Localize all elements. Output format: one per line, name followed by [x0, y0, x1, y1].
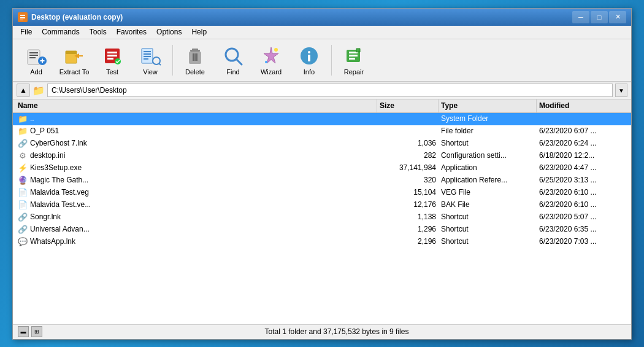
menu-file[interactable]: File [15, 26, 37, 37]
header-modified[interactable]: Modified [537, 99, 629, 112]
extract-button[interactable]: Extract To [56, 42, 93, 79]
test-button[interactable]: Test [94, 42, 131, 79]
svg-point-37 [265, 61, 267, 63]
view-button[interactable]: View [132, 42, 169, 79]
folder-icon: 📁 [33, 85, 45, 96]
svg-rect-16 [107, 52, 117, 53]
svg-rect-2 [20, 17, 25, 18]
menu-options[interactable]: Options [151, 26, 186, 37]
close-button[interactable]: ✕ [609, 11, 626, 23]
repair-label: Repair [344, 68, 364, 76]
file-modified: 6/23/2020 7:03 ... [537, 237, 629, 246]
svg-rect-30 [193, 53, 194, 61]
table-row[interactable]: 📄 Malavida Test.ve... 12,176 BAK File 6/… [13, 199, 631, 211]
svg-line-34 [236, 59, 242, 64]
table-row[interactable]: 📄 Malavida Test.veg 15,104 VEG File 6/23… [13, 187, 631, 199]
menu-commands[interactable]: Commands [37, 26, 84, 37]
file-size: 2,196 [377, 237, 439, 246]
menu-help[interactable]: Help [186, 26, 212, 37]
file-type: Shortcut [439, 139, 537, 147]
file-size: 1,296 [377, 225, 439, 233]
svg-rect-43 [349, 55, 358, 57]
up-button[interactable]: ▲ [17, 84, 30, 97]
svg-rect-7 [29, 57, 36, 58]
status-icons: ▬ ⊞ [18, 326, 42, 337]
file-rows: 📁 .. System Folder 📁 O_P 051 File folder… [13, 113, 631, 248]
svg-rect-31 [194, 53, 196, 61]
file-size: 320 [377, 176, 439, 184]
table-row[interactable]: 🔗 Universal Advan... 1,296 Shortcut 6/23… [13, 224, 631, 236]
address-dropdown[interactable]: ▼ [615, 84, 627, 97]
svg-rect-21 [144, 51, 151, 52]
wizard-icon [260, 45, 282, 67]
file-type: VEG File [439, 188, 537, 197]
svg-rect-6 [29, 55, 38, 56]
file-icon: 📁 [18, 126, 28, 136]
file-icon: 💬 [18, 236, 28, 246]
svg-rect-12 [66, 51, 77, 54]
delete-icon [184, 45, 206, 67]
table-row[interactable]: ⚡ Kies3Setup.exe 37,141,984 Application … [13, 162, 631, 174]
menu-tools[interactable]: Tools [85, 26, 112, 37]
table-row[interactable]: 📁 O_P 051 File folder 6/23/2020 6:07 ... [13, 125, 631, 138]
file-modified: 6/25/2020 3:13 ... [537, 176, 629, 184]
svg-rect-10 [42, 58, 43, 63]
table-row[interactable]: ⚙ desktop.ini 282 Configuration setti...… [13, 150, 631, 162]
header-name[interactable]: Name [15, 99, 377, 112]
table-row[interactable]: 🔮 Magic The Gath... 320 Application Refe… [13, 174, 631, 187]
file-name: Magic The Gath... [30, 176, 88, 184]
file-name: CyberGhost 7.lnk [30, 139, 87, 147]
header-size[interactable]: Size [377, 99, 439, 112]
window-title: Desktop (evaluation copy) [31, 13, 572, 21]
toolbar: Add Extract To [13, 39, 631, 82]
menu-bar: File Commands Tools Favorites Options He… [13, 26, 631, 39]
file-list-header: Name Size Type Modified [13, 99, 631, 113]
delete-button[interactable]: Delete [177, 42, 213, 79]
table-row[interactable]: 📁 .. System Folder [13, 113, 631, 125]
maximize-button[interactable]: □ [591, 11, 608, 23]
svg-rect-28 [192, 49, 198, 50]
file-modified: 6/23/2020 6:10 ... [537, 200, 629, 209]
info-button[interactable]: Info [291, 42, 328, 79]
find-button[interactable]: Find [215, 42, 251, 79]
toolbar-separator-1 [172, 45, 173, 76]
status-icon-2: ⊞ [31, 326, 42, 337]
file-size: 37,141,984 [377, 163, 439, 172]
file-modified: 6/23/2020 5:07 ... [537, 212, 629, 221]
table-row[interactable]: 🔗 Songr.lnk 1,138 Shortcut 6/23/2020 5:0… [13, 211, 631, 224]
view-label: View [143, 68, 158, 76]
file-type: Shortcut [439, 212, 537, 221]
menu-favorites[interactable]: Favorites [112, 26, 151, 37]
repair-button[interactable]: Repair [335, 42, 372, 79]
svg-rect-22 [144, 53, 151, 55]
info-label: Info [304, 68, 315, 76]
file-size: 1,138 [377, 212, 439, 221]
table-row[interactable]: 💬 WhatsApp.lnk 2,196 Shortcut 6/23/2020 … [13, 236, 631, 248]
svg-point-25 [153, 57, 160, 64]
test-label: Test [106, 68, 118, 76]
repair-icon [343, 45, 365, 67]
add-icon [25, 45, 47, 67]
info-icon [298, 45, 320, 67]
table-row[interactable]: 🔗 CyberGhost 7.lnk 1,036 Shortcut 6/23/2… [13, 138, 631, 150]
svg-point-39 [308, 51, 310, 53]
file-name: O_P 051 [30, 127, 59, 135]
svg-rect-1 [20, 15, 25, 16]
wizard-button[interactable]: Wizard [253, 42, 289, 79]
status-bar: ▬ ⊞ Total 1 folder and 37,175,532 bytes … [13, 324, 631, 339]
file-icon: 📄 [18, 187, 28, 197]
svg-rect-18 [107, 58, 113, 60]
delete-label: Delete [185, 68, 205, 76]
file-size: 15,104 [377, 188, 439, 197]
file-icon: 🔗 [18, 138, 28, 148]
header-type[interactable]: Type [439, 99, 537, 112]
add-button[interactable]: Add [18, 42, 55, 79]
file-size: 12,176 [377, 200, 439, 209]
address-input[interactable] [47, 84, 613, 97]
app-icon [18, 12, 28, 22]
svg-rect-40 [308, 55, 310, 61]
minimize-button[interactable]: ─ [572, 11, 589, 23]
svg-rect-32 [196, 53, 197, 61]
file-type: File folder [439, 127, 537, 135]
file-name: Universal Advan... [30, 225, 90, 233]
